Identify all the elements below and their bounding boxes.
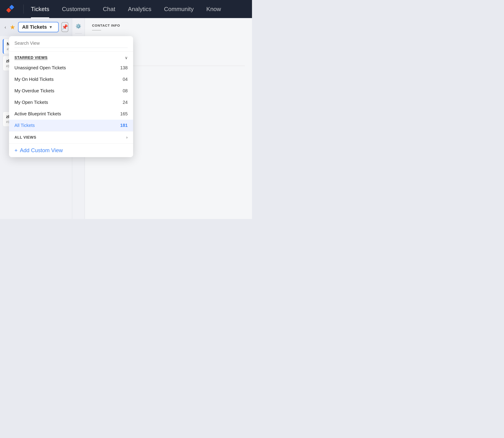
dropdown-arrow-icon: ▾ xyxy=(50,25,52,30)
item-count: 165 xyxy=(120,111,128,117)
nav-item-know[interactable]: Know xyxy=(200,0,227,18)
pin-button[interactable]: 📌 xyxy=(61,22,68,32)
section-divider xyxy=(92,30,101,31)
toolbar: ‹ ★ All Tickets ▾ 📌 xyxy=(0,18,72,36)
dropdown-search-container xyxy=(9,36,133,52)
starred-views-title: STARRED VIEWS xyxy=(14,55,48,60)
item-count: 138 xyxy=(120,65,128,70)
back-button[interactable]: ‹ xyxy=(4,23,7,31)
top-navigation: Tickets Customers Chat Analytics Communi… xyxy=(0,0,252,18)
item-label: My Overdue Tickets xyxy=(14,88,54,93)
dropdown-item-unassigned[interactable]: Unassigned Open Tickets 138 xyxy=(9,62,133,74)
item-count: 24 xyxy=(123,100,128,105)
settings-icon[interactable]: ⚙️ xyxy=(74,22,83,31)
dropdown-item-on-hold[interactable]: My On Hold Tickets 04 xyxy=(9,74,133,85)
main-content: ‹ ★ All Tickets ▾ 📌 Ne... sh... #18 🕐 1 … xyxy=(0,18,252,219)
nav-item-analytics[interactable]: Analytics xyxy=(122,0,158,18)
dropdown-item-blueprint[interactable]: Active Blueprint Tickets 165 xyxy=(9,108,133,120)
view-dropdown: STARRED VIEWS ∨ Unassigned Open Tickets … xyxy=(9,36,133,157)
ticket-list-panel: ‹ ★ All Tickets ▾ 📌 Ne... sh... #18 🕐 1 … xyxy=(0,18,72,219)
item-count: 04 xyxy=(123,77,128,82)
add-custom-label: Add Custom View xyxy=(20,147,63,153)
add-custom-view-button[interactable]: + Add Custom View xyxy=(9,143,133,157)
item-label: Unassigned Open Tickets xyxy=(14,65,66,70)
logo[interactable] xyxy=(4,2,18,16)
all-views-arrow-icon: › xyxy=(126,135,128,140)
nav-item-community[interactable]: Community xyxy=(158,0,200,18)
starred-views-collapse-icon: ∨ xyxy=(125,55,128,60)
all-views-label: ALL VIEWS xyxy=(14,135,36,140)
item-label: My Open Tickets xyxy=(14,100,48,105)
icon-divider xyxy=(75,33,82,34)
item-label: My On Hold Tickets xyxy=(14,77,53,82)
nav-divider xyxy=(23,4,24,13)
search-divider xyxy=(14,48,128,48)
search-input[interactable] xyxy=(14,41,128,46)
nav-item-customers[interactable]: Customers xyxy=(55,0,96,18)
nav-item-chat[interactable]: Chat xyxy=(96,0,122,18)
item-label: All Tickets xyxy=(14,123,35,128)
star-icon: ★ xyxy=(10,23,15,31)
starred-views-header[interactable]: STARRED VIEWS ∨ xyxy=(9,52,133,62)
add-custom-plus-icon: + xyxy=(14,147,18,153)
dropdown-item-open[interactable]: My Open Tickets 24 xyxy=(9,97,133,108)
item-label: Active Blueprint Tickets xyxy=(14,111,61,117)
contact-info-title: CONTACT INFO xyxy=(92,23,245,27)
item-count: 181 xyxy=(120,123,128,128)
all-views-button[interactable]: ALL VIEWS › xyxy=(9,131,133,143)
item-count: 08 xyxy=(123,88,128,93)
view-label: All Tickets xyxy=(22,24,47,30)
nav-item-tickets[interactable]: Tickets xyxy=(25,0,55,18)
dropdown-item-overdue[interactable]: My Overdue Tickets 08 xyxy=(9,85,133,97)
dropdown-item-all-tickets[interactable]: All Tickets 181 xyxy=(9,120,133,131)
view-selector-button[interactable]: All Tickets ▾ xyxy=(18,22,59,32)
